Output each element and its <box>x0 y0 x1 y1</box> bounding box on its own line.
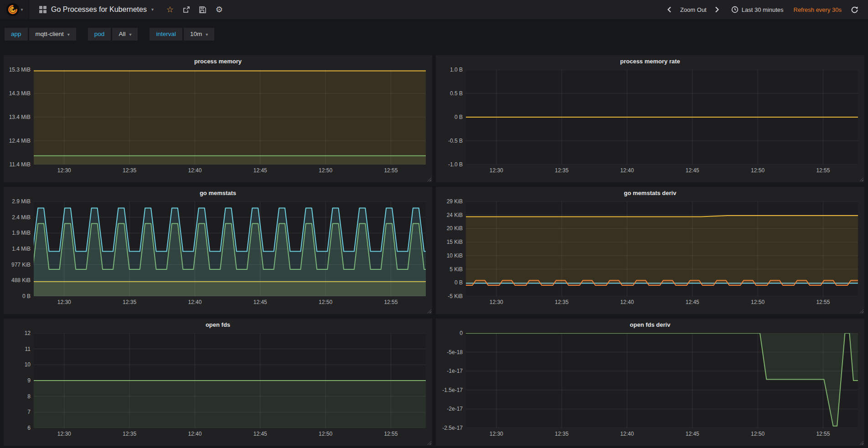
x-tick-label: 12:35 <box>123 299 136 305</box>
x-tick-label: 12:45 <box>253 167 267 174</box>
x-tick-label: 12:35 <box>555 299 568 305</box>
x-tick-label: 12:50 <box>751 167 765 174</box>
panel-plot-area: 2.9 MiB2.4 MiB1.9 MiB1.4 MiB977 KiB488 K… <box>4 199 432 296</box>
panel-open-fds-deriv: open fds deriv0-5e-18-1e-17-1.5e-17-2e-1… <box>436 319 864 446</box>
x-tick-label: 12:30 <box>57 299 71 305</box>
time-shift-forward-button[interactable] <box>711 0 723 19</box>
chart-canvas[interactable] <box>466 333 858 428</box>
x-tick-label: 12:35 <box>123 431 136 437</box>
panel-resize-handle[interactable] <box>859 440 863 445</box>
y-tick-label: 0 B <box>455 279 463 286</box>
x-tick-label: 12:35 <box>555 431 568 437</box>
dashboard-settings-button[interactable]: ⚙ <box>211 0 227 19</box>
x-tick-label: 12:50 <box>751 299 765 305</box>
panel-title[interactable]: go memstats deriv <box>436 187 864 199</box>
chevron-down-icon: ▾ <box>21 8 23 12</box>
x-tick-label: 12:50 <box>319 431 332 437</box>
x-axis: 12:3012:3512:4012:4512:5012:55 <box>466 429 858 439</box>
chevron-down-icon: ▾ <box>129 32 131 37</box>
plot-region <box>466 333 858 428</box>
star-dashboard-button[interactable]: ☆ <box>162 0 178 19</box>
grafana-main-menu[interactable]: ▾ <box>0 0 29 19</box>
variable-interval: interval10m▾ <box>150 28 214 55</box>
y-tick-label: 15.3 MiB <box>9 67 31 73</box>
y-tick-label: 15 KiB <box>447 239 463 245</box>
x-tick-label: 12:45 <box>686 299 699 305</box>
time-range-picker[interactable]: Last 30 minutes <box>723 6 789 13</box>
panel-resize-handle[interactable] <box>427 440 431 445</box>
plot-region <box>34 333 426 428</box>
chevron-down-icon: ▾ <box>151 7 154 12</box>
y-tick-label: 10 <box>25 361 31 368</box>
y-tick-label: -1e-17 <box>447 368 463 374</box>
dashboard-grid-icon <box>39 6 46 13</box>
panel-title[interactable]: process memory rate <box>436 55 864 67</box>
x-tick-label: 12:35 <box>123 167 136 174</box>
variable-selected-value: All <box>119 31 125 37</box>
dashboard-title-menu[interactable]: Go Processes for Kubernetes ▾ <box>29 0 161 19</box>
y-tick-label: -2.5e-17 <box>442 425 463 431</box>
chart-canvas[interactable] <box>34 333 426 428</box>
panel-title[interactable]: go memstats <box>4 187 432 199</box>
save-icon <box>199 6 207 14</box>
chevron-right-icon <box>715 6 719 13</box>
refresh-button[interactable] <box>846 0 863 19</box>
chart-canvas[interactable] <box>34 201 426 296</box>
y-tick-label: -2e-17 <box>447 406 463 412</box>
share-dashboard-button[interactable] <box>178 0 195 19</box>
panel-plot-area: 15.3 MiB14.3 MiB13.4 MiB12.4 MiB11.4 MiB <box>4 67 432 165</box>
y-tick-label: 0.5 B <box>450 90 463 97</box>
time-range-label: Last 30 minutes <box>742 6 784 13</box>
chevron-down-icon: ▾ <box>206 32 208 37</box>
zoom-out-button[interactable]: Zoom Out <box>676 6 711 13</box>
y-tick-label: 2.4 MiB <box>12 214 31 221</box>
variable-label-app: app <box>5 28 28 41</box>
chart-canvas[interactable] <box>34 70 426 165</box>
panel-resize-handle[interactable] <box>859 309 863 313</box>
chart-canvas[interactable] <box>466 70 858 165</box>
y-tick-label: -1.0 B <box>448 161 463 168</box>
x-tick-label: 12:55 <box>816 167 830 174</box>
y-tick-label: 6 <box>27 425 31 431</box>
panel-resize-handle[interactable] <box>427 177 431 181</box>
variable-value-dropdown-interval[interactable]: 10m▾ <box>184 28 214 41</box>
x-axis: 12:3012:3512:4012:4512:5012:55 <box>34 429 426 439</box>
y-axis: 1.0 B0.5 B0 B-0.5 B-1.0 B <box>439 70 466 165</box>
y-tick-label: 0 <box>460 330 463 336</box>
save-dashboard-button[interactable] <box>195 0 211 19</box>
x-tick-label: 12:45 <box>253 431 267 437</box>
x-tick-label: 12:30 <box>57 431 71 437</box>
x-axis: 12:3012:3512:4012:4512:5012:55 <box>34 298 426 308</box>
refresh-interval-button[interactable]: Refresh every 30s <box>789 6 847 13</box>
y-tick-label: 0 B <box>22 293 31 299</box>
y-tick-label: 11.4 MiB <box>10 161 31 168</box>
panel-plot-area: 29 KiB24 KiB20 KiB15 KiB10 KiB5 KiB0 B-5… <box>436 199 864 296</box>
gear-icon: ⚙ <box>216 5 223 14</box>
chevron-left-icon <box>667 6 672 13</box>
plot-region <box>466 70 858 165</box>
x-tick-label: 12:50 <box>319 167 332 174</box>
x-tick-label: 12:40 <box>620 167 634 174</box>
panel-plot-area: 1.0 B0.5 B0 B-0.5 B-1.0 B <box>436 67 864 165</box>
x-axis: 12:3012:3512:4012:4512:5012:55 <box>466 166 858 176</box>
panel-title[interactable]: process memory <box>4 55 432 67</box>
panel-title[interactable]: open fds deriv <box>436 319 864 330</box>
panel-plot-area: 1211109876 <box>4 330 432 428</box>
panel-resize-handle[interactable] <box>859 177 863 181</box>
panel-resize-handle[interactable] <box>427 309 431 313</box>
x-tick-label: 12:55 <box>384 431 398 437</box>
y-tick-label: 24 KiB <box>447 212 463 218</box>
chart-canvas[interactable] <box>466 201 858 296</box>
panel-title[interactable]: open fds <box>4 319 432 330</box>
variable-value-dropdown-app[interactable]: mqtt-client▾ <box>29 28 76 41</box>
dashboard-grid: process memory15.3 MiB14.3 MiB13.4 MiB12… <box>4 55 864 446</box>
x-tick-label: 12:35 <box>555 167 568 174</box>
plot-region <box>34 201 426 296</box>
variable-value-dropdown-pod[interactable]: All▾ <box>112 28 138 41</box>
x-tick-label: 12:30 <box>490 431 503 437</box>
y-tick-label: 14.3 MiB <box>9 90 31 97</box>
star-icon: ☆ <box>166 5 174 14</box>
variable-label-pod: pod <box>88 28 111 41</box>
time-shift-back-button[interactable] <box>664 0 676 19</box>
y-tick-label: -5e-18 <box>447 349 463 355</box>
